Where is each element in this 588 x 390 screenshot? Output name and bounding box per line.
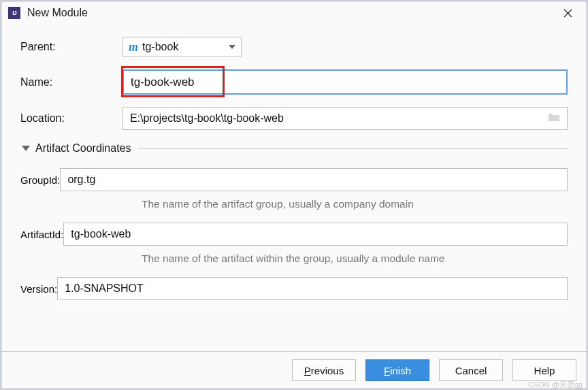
name-field-wrapper <box>122 69 568 95</box>
artifactid-hint: The name of the artifact within the grou… <box>142 253 444 264</box>
dialog-footer: Previous Finish Cancel Help CSDN @天罡gg <box>1 351 587 389</box>
help-button[interactable]: Help <box>512 359 576 381</box>
window-title: New Module <box>27 7 554 19</box>
artifactid-row: ArtifactId: <box>20 223 568 246</box>
version-label: Version: <box>20 283 57 295</box>
maven-icon: m <box>129 40 138 54</box>
finish-button[interactable]: Finish <box>365 359 429 381</box>
artifact-section-header: Artifact Coordinates <box>20 142 568 155</box>
location-field[interactable]: E:\projects\tg-book\tg-book-web <box>122 107 568 130</box>
name-input[interactable] <box>122 69 568 95</box>
close-button[interactable] <box>554 3 581 22</box>
collapse-caret-icon[interactable] <box>22 146 30 151</box>
parent-row: Parent: m tg-book <box>20 37 568 57</box>
close-icon <box>564 9 572 18</box>
groupid-hint-row: The name of the artifact group, usually … <box>20 198 568 210</box>
folder-icon[interactable] <box>548 112 560 125</box>
artifactid-input[interactable] <box>63 223 568 246</box>
titlebar: New Module <box>1 1 587 25</box>
app-icon <box>8 7 20 19</box>
parent-label: Parent: <box>20 41 122 53</box>
cancel-button[interactable]: Cancel <box>439 359 503 381</box>
section-divider <box>138 148 568 149</box>
watermark: CSDN @天罡gg <box>528 380 583 390</box>
previous-text: revious <box>311 365 344 376</box>
groupid-input[interactable] <box>60 168 568 191</box>
parent-dropdown[interactable]: m tg-book <box>122 37 242 57</box>
previous-mnemonic: P <box>304 365 311 376</box>
chevron-down-icon <box>229 45 235 49</box>
artifactid-hint-row: The name of the artifact within the grou… <box>20 253 568 265</box>
location-label: Location: <box>20 112 122 125</box>
location-value: E:\projects\tg-book\tg-book-web <box>130 112 548 125</box>
previous-button[interactable]: Previous <box>292 359 356 381</box>
version-input[interactable] <box>57 277 568 300</box>
version-row: Version: <box>20 277 568 300</box>
finish-text: inish <box>390 365 411 376</box>
finish-mnemonic: F <box>384 365 390 376</box>
dialog-content: Parent: m tg-book Name: Location: E:\pro… <box>1 25 587 351</box>
artifact-section-title: Artifact Coordinates <box>35 142 131 155</box>
name-row: Name: <box>20 69 568 95</box>
groupid-hint: The name of the artifact group, usually … <box>142 198 414 210</box>
artifactid-label: ArtifactId: <box>20 229 63 240</box>
location-row: Location: E:\projects\tg-book\tg-book-we… <box>20 107 568 130</box>
name-label: Name: <box>20 76 122 88</box>
groupid-label: GroupId: <box>20 174 60 186</box>
parent-value: tg-book <box>142 41 178 53</box>
groupid-row: GroupId: <box>20 168 568 191</box>
new-module-dialog: New Module Parent: m tg-book Name: Locat… <box>1 1 587 389</box>
